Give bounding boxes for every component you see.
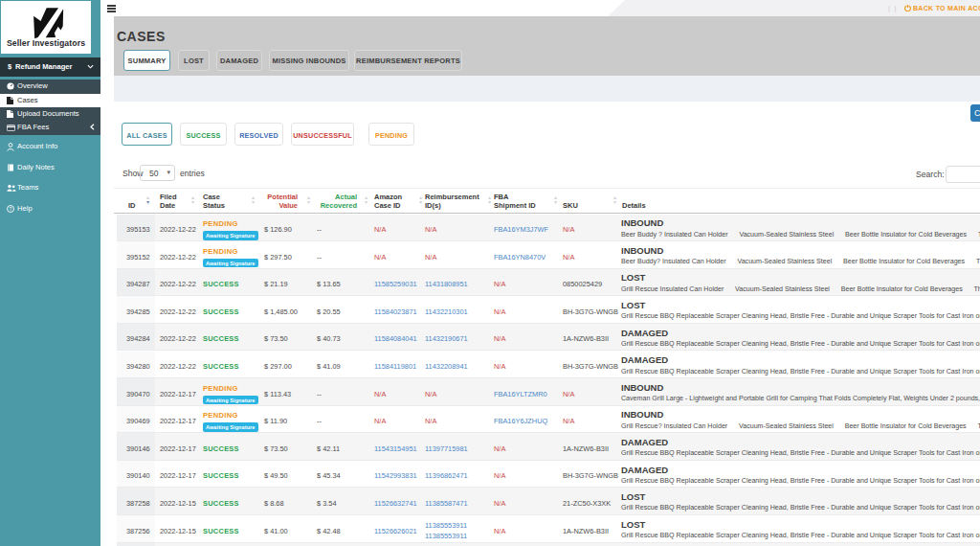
svg-text:?: ? (10, 206, 12, 212)
